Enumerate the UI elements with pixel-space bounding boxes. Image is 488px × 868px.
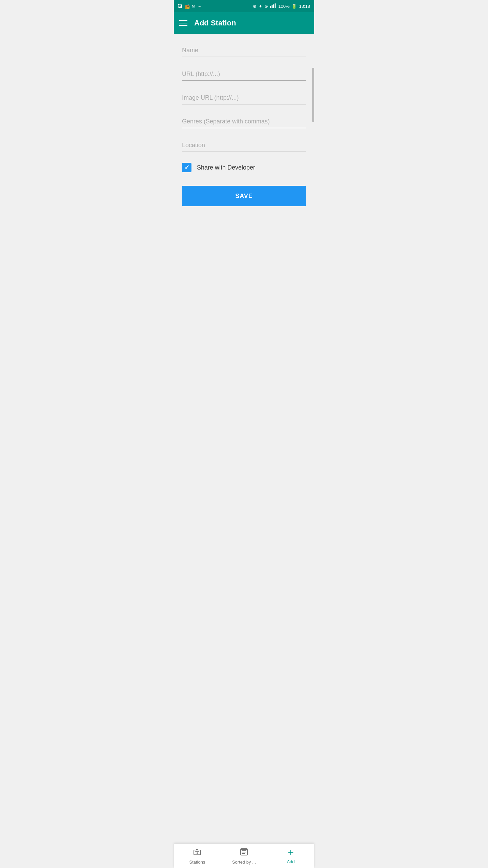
status-bar-left-icons: 🖼 📻 ✉ ···: [178, 4, 201, 9]
location-field-container: [182, 139, 306, 152]
gmail-icon: ✉: [192, 4, 196, 9]
share-with-developer-checkbox-wrapper[interactable]: [182, 163, 191, 172]
bluetooth-icon: ✦: [259, 4, 262, 9]
svg-rect-0: [270, 6, 271, 8]
menu-button[interactable]: [179, 20, 187, 26]
circle-plus-icon: ⊕: [253, 4, 257, 9]
url-field-container: [182, 68, 306, 81]
battery-icon: 🔋: [291, 4, 297, 9]
svg-rect-3: [275, 3, 276, 8]
image-icon: 🖼: [178, 4, 182, 9]
image-url-field-container: [182, 92, 306, 104]
name-input[interactable]: [182, 44, 306, 57]
scroll-indicator: [312, 68, 314, 122]
bottom-spacer: [182, 216, 306, 243]
svg-rect-1: [272, 5, 273, 8]
svg-rect-2: [273, 4, 274, 8]
status-bar: 🖼 📻 ✉ ··· ⊕ ✦ ⊛ 100% 🔋 13:18: [174, 0, 314, 12]
clock: 13:18: [299, 4, 310, 9]
main-content: Share with Developer SAVE: [174, 34, 314, 250]
page-title: Add Station: [194, 19, 236, 27]
status-bar-right-icons: ⊕ ✦ ⊛ 100% 🔋 13:18: [253, 3, 310, 9]
image-url-input[interactable]: [182, 92, 306, 104]
genres-field-container: [182, 115, 306, 128]
url-input[interactable]: [182, 68, 306, 81]
share-with-developer-row: Share with Developer: [182, 163, 306, 172]
name-field-container: [182, 44, 306, 57]
battery-percentage: 100%: [278, 4, 289, 9]
radio-icon: 📻: [184, 4, 190, 9]
more-icon: ···: [198, 4, 201, 9]
location-icon: ⊛: [264, 4, 268, 9]
share-with-developer-label: Share with Developer: [197, 164, 255, 171]
save-button[interactable]: SAVE: [182, 186, 306, 206]
app-bar: Add Station: [174, 12, 314, 34]
genres-input[interactable]: [182, 115, 306, 128]
location-input[interactable]: [182, 139, 306, 152]
signal-icon: [270, 3, 276, 9]
